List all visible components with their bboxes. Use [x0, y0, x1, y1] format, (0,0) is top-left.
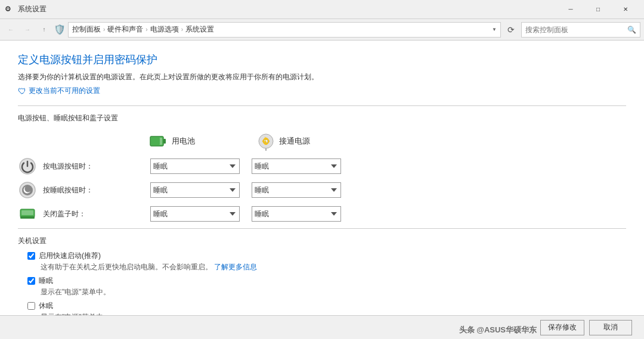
hibernate-checkbox-label: 休眠 — [39, 301, 53, 311]
battery-header: 用电池 — [149, 132, 244, 151]
power-btn-ac-select[interactable]: 睡眠 休眠 关机 不采取任何操作 — [252, 158, 341, 174]
forward-button[interactable]: → — [20, 23, 35, 37]
cancel-button[interactable]: 取消 — [589, 320, 632, 335]
sleep-btn-selects: 睡眠 休眠 关机 不采取任何操作 睡眠 休眠 关机 不采取任何操作 — [150, 182, 341, 198]
sleep-button-icon — [18, 181, 37, 200]
settings-link-text: 更改当前不可用的设置 — [29, 86, 100, 96]
power-btn-battery-select[interactable]: 睡眠 休眠 关机 不采取任何操作 — [150, 158, 240, 174]
sleep-checkbox[interactable] — [27, 277, 35, 285]
hibernate-checkbox-row: 休眠 — [27, 301, 626, 311]
shutdown-title: 关机设置 — [18, 236, 626, 246]
settings-link[interactable]: 🛡 更改当前不可用的设置 — [18, 86, 626, 96]
search-box: 🔍 — [521, 22, 640, 38]
power-btn-label: 按电源按钮时： — [43, 161, 138, 172]
lid-ac-select[interactable]: 睡眠 休眠 关机 不采取任何操作 — [252, 206, 341, 222]
breadcrumb[interactable]: 控制面板 › 硬件和声音 › 电源选项 › 系统设置 ▼ — [68, 22, 501, 38]
refresh-button[interactable]: ⟳ — [503, 22, 519, 38]
sleep-checkbox-label: 睡眠 — [39, 276, 53, 286]
up-button[interactable]: ↑ — [37, 23, 51, 37]
window-controls: ─ □ ✕ — [557, 0, 639, 19]
power-button-icon — [18, 157, 37, 176]
divider-shutdown — [18, 228, 626, 229]
section-title-power: 电源按钮、睡眠按钮和盖子设置 — [18, 113, 626, 123]
breadcrumb-dropdown-icon[interactable]: ▼ — [492, 27, 497, 32]
lid-selects: 睡眠 休眠 关机 不采取任何操作 睡眠 休眠 关机 不采取任何操作 — [150, 206, 341, 222]
hibernate-checkbox[interactable] — [27, 302, 35, 310]
svg-rect-3 — [151, 138, 160, 145]
window-icon: ⚙ — [5, 5, 14, 14]
battery-icon — [149, 132, 168, 151]
battery-label: 用电池 — [172, 136, 195, 147]
breadcrumb-control-panel[interactable]: 控制面板 — [72, 24, 101, 35]
power-adapter-icon — [256, 132, 275, 151]
bottom-bar: 头条 @ASUS华硕华东 保存修改 取消 — [0, 315, 644, 339]
sleep-checkbox-row: 睡眠 — [27, 276, 626, 286]
search-input[interactable] — [525, 26, 627, 34]
settings-link-icon: 🛡 — [18, 86, 26, 96]
back-button[interactable]: ← — [4, 23, 18, 37]
lid-label: 关闭盖子时： — [43, 209, 138, 219]
page-title: 定义电源按钮并启用密码保护 — [18, 52, 626, 67]
lid-battery-select[interactable]: 睡眠 休眠 关机 不采取任何操作 — [150, 206, 240, 222]
power-button-row: 按电源按钮时： 睡眠 休眠 关机 不采取任何操作 睡眠 休眠 关机 不采取任何操… — [18, 157, 626, 176]
sleep-button-row: 按睡眠按钮时： 睡眠 休眠 关机 不采取任何操作 睡眠 休眠 关机 不采取任何操… — [18, 181, 626, 200]
lid-close-row: 关闭盖子时： 睡眠 休眠 关机 不采取任何操作 睡眠 休眠 关机 不采取任何操作 — [18, 204, 626, 223]
divider-power — [18, 105, 626, 106]
minimize-button[interactable]: ─ — [557, 0, 584, 19]
svg-rect-13 — [21, 210, 33, 215]
sleep-btn-ac-select[interactable]: 睡眠 休眠 关机 不采取任何操作 — [252, 182, 341, 198]
watermark: 头条 @ASUS华硕华东 — [459, 325, 537, 335]
maximize-button[interactable]: □ — [584, 0, 612, 19]
ac-header: 接通电源 — [256, 132, 352, 151]
lid-icon — [18, 204, 37, 223]
fast-startup-link[interactable]: 了解更多信息 — [214, 263, 257, 271]
main-content: 定义电源按钮并启用密码保护 选择要为你的计算机设置的电源设置。在此页上对设置所做… — [0, 41, 644, 315]
power-header: 用电池 接通电源 — [149, 132, 626, 151]
breadcrumb-hardware[interactable]: 硬件和声音 — [107, 24, 143, 35]
page-description: 选择要为你的计算机设置的电源设置。在此页上对设置所做的更改将应用于你所有的电源计… — [18, 71, 626, 82]
ac-label: 接通电源 — [279, 136, 310, 147]
breadcrumb-icon: 🛡️ — [54, 24, 66, 35]
title-bar: ⚙ 系统设置 ─ □ ✕ — [0, 0, 644, 19]
fast-startup-checkbox-row: 启用快速启动(推荐) — [27, 251, 626, 261]
svg-rect-1 — [163, 139, 166, 144]
fast-startup-label: 启用快速启动(推荐) — [39, 251, 101, 261]
save-button[interactable]: 保存修改 — [540, 320, 584, 335]
sleep-btn-label: 按睡眠按钮时： — [43, 185, 138, 195]
sleep-btn-battery-select[interactable]: 睡眠 休眠 关机 不采取任何操作 — [150, 182, 240, 198]
sleep-checkbox-desc: 显示在"电源"菜单中。 — [41, 287, 626, 297]
svg-rect-12 — [20, 216, 35, 219]
fast-startup-checkbox[interactable] — [27, 252, 35, 260]
breadcrumb-power[interactable]: 电源选项 — [150, 24, 179, 35]
close-button[interactable]: ✕ — [612, 0, 639, 19]
fast-startup-desc: 这有助于在关机之后更快地启动电脑。不会影响重启。 了解更多信息 — [41, 262, 626, 272]
breadcrumb-current: 系统设置 — [185, 24, 214, 35]
search-icon: 🔍 — [627, 26, 636, 34]
power-btn-selects: 睡眠 休眠 关机 不采取任何操作 睡眠 休眠 关机 不采取任何操作 — [150, 158, 341, 174]
window-title: 系统设置 — [18, 4, 557, 14]
address-bar: ← → ↑ 🛡️ 控制面板 › 硬件和声音 › 电源选项 › 系统设置 ▼ ⟳ … — [0, 19, 644, 41]
